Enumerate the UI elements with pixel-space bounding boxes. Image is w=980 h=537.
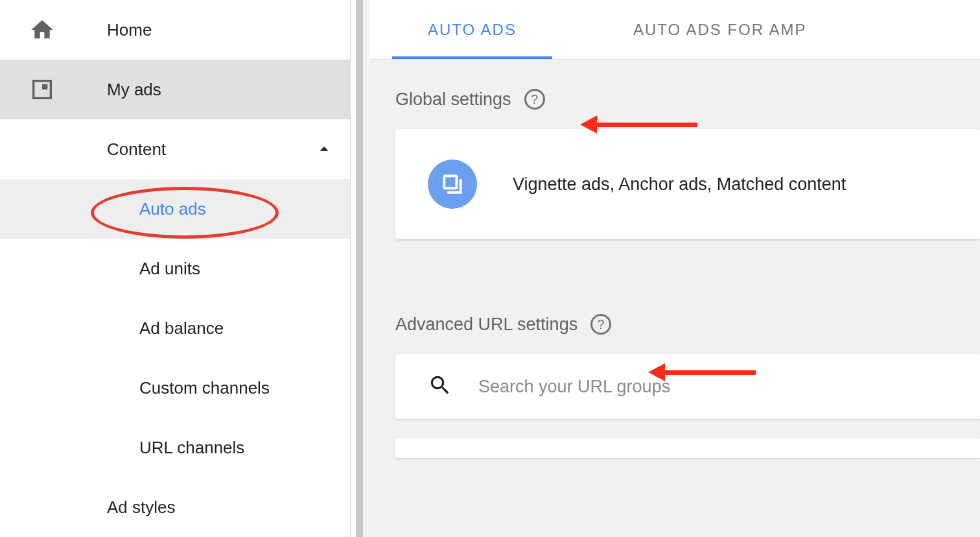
url-search-card <box>395 354 980 419</box>
chevron-up-icon <box>298 139 350 160</box>
main-content: AUTO ADS AUTO ADS FOR AMP Global setting… <box>369 0 980 537</box>
sidebar-item-my-ads[interactable]: My ads <box>0 60 350 119</box>
url-search-input[interactable] <box>478 377 948 397</box>
sidebar-item-home[interactable]: Home <box>0 0 350 60</box>
tab-auto-ads-amp[interactable]: AUTO ADS FOR AMP <box>575 0 865 59</box>
sidebar-sub-ad-balance[interactable]: Ad balance <box>0 298 350 358</box>
sidebar-item-ad-styles[interactable]: Ad styles <box>0 477 350 537</box>
section-title: Advanced URL settings <box>395 315 578 335</box>
svg-rect-0 <box>444 176 456 188</box>
tab-label: AUTO ADS <box>428 21 517 39</box>
help-icon[interactable]: ? <box>590 314 611 335</box>
sidebar-sub-url-channels[interactable]: URL channels <box>0 418 350 477</box>
sidebar-sub-auto-ads[interactable]: Auto ads <box>0 179 350 239</box>
tab-auto-ads[interactable]: AUTO ADS <box>369 0 575 59</box>
global-settings-summary: Vignette ads, Anchor ads, Matched conten… <box>513 174 846 195</box>
sidebar-item-content[interactable]: Content <box>0 119 350 179</box>
sidebar-sub-label: Ad units <box>139 259 200 279</box>
sidebar-label-content: Content <box>107 139 298 160</box>
sidebar-sub-label: URL channels <box>139 438 244 458</box>
global-settings-header: Global settings ? <box>369 60 980 129</box>
sidebar-sub-label: Custom channels <box>139 378 270 398</box>
sidebar: Home My ads Content Auto ads Ad units Ad… <box>0 0 350 537</box>
sidebar-label-ad-styles: Ad styles <box>107 497 350 518</box>
search-icon <box>428 373 452 400</box>
sidebar-divider <box>350 0 369 537</box>
sidebar-label-my-ads: My ads <box>107 80 350 100</box>
url-groups-card <box>395 438 980 458</box>
section-title: Global settings <box>395 90 511 110</box>
sidebar-sub-label: Ad balance <box>139 318 224 339</box>
global-settings-card[interactable]: Vignette ads, Anchor ads, Matched conten… <box>395 129 980 239</box>
advanced-url-header: Advanced URL settings ? <box>369 285 980 354</box>
sidebar-sub-custom-channels[interactable]: Custom channels <box>0 358 350 418</box>
ad-formats-icon <box>428 160 477 209</box>
sidebar-sub-label: Auto ads <box>139 199 206 219</box>
my-ads-icon <box>0 77 107 102</box>
sidebar-sub-ad-units[interactable]: Ad units <box>0 239 350 298</box>
tab-label: AUTO ADS FOR AMP <box>633 21 807 39</box>
tabs: AUTO ADS AUTO ADS FOR AMP <box>369 0 980 60</box>
sidebar-label-home: Home <box>107 20 350 40</box>
home-icon <box>0 17 107 43</box>
help-icon[interactable]: ? <box>524 89 545 110</box>
app-root: Home My ads Content Auto ads Ad units Ad… <box>0 0 980 537</box>
